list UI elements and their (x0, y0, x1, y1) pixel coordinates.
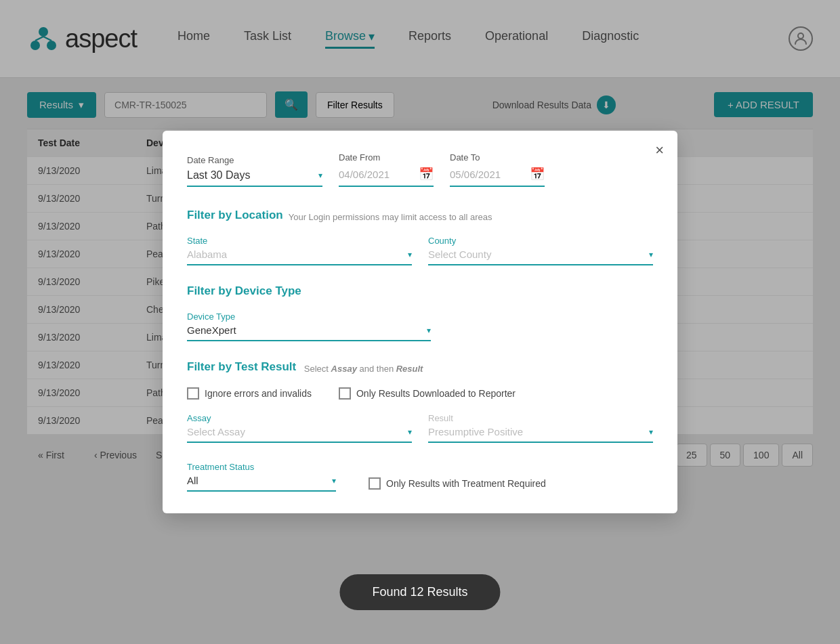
filter-location-note: Your Login permissions may limit access … (289, 212, 492, 222)
assay-chevron-icon: ▾ (408, 427, 412, 437)
filter-device-section: Filter by Device Type Device Type GeneXp… (187, 284, 653, 341)
date-from-group: Date From 04/06/2021 📅 (339, 152, 434, 187)
treatment-field: Treatment Status All ▾ (187, 462, 336, 492)
result-select[interactable]: Presumptive Positive ▾ (428, 426, 653, 443)
device-type-select[interactable]: GeneXpert ▾ (187, 324, 431, 341)
date-to-input[interactable]: 05/06/2021 📅 (450, 167, 545, 187)
filter-device-header: Filter by Device Type (187, 284, 653, 301)
filter-device-title: Filter by Device Type (187, 284, 301, 298)
state-select[interactable]: Alabama ▾ (187, 249, 412, 265)
result-field: Result Presumptive Positive ▾ (428, 413, 653, 443)
filter-result-header: Filter by Test Result Select Assay and t… (187, 360, 653, 377)
treatment-select[interactable]: All ▾ (187, 475, 336, 492)
only-downloaded-item: Only Results Downloaded to Reporter (339, 387, 516, 400)
date-range-value[interactable]: Last 30 Days ▾ (187, 169, 322, 187)
filter-location-title: Filter by Location (187, 209, 283, 222)
device-type-field: Device Type GeneXpert ▾ (187, 312, 431, 341)
date-range-chevron: ▾ (318, 171, 322, 180)
date-to-calendar-icon: 📅 (530, 167, 545, 181)
assay-field: Assay Select Assay ▾ (187, 413, 412, 443)
device-type-chevron-icon: ▾ (427, 326, 431, 335)
filter-result-title: Filter by Test Result (187, 360, 296, 374)
filter-result-note: Select Assay and then Result (301, 364, 423, 374)
state-chevron-icon: ▾ (408, 250, 412, 259)
treatment-required-label: Only Results with Treatment Required (386, 478, 546, 489)
result-checkbox-group: Ignore errors and invalids Only Results … (187, 387, 653, 400)
treatment-row: Treatment Status All ▾ Only Results with… (187, 462, 653, 492)
device-filter-row: Device Type GeneXpert ▾ (187, 312, 653, 341)
assay-select[interactable]: Select Assay ▾ (187, 426, 412, 443)
only-downloaded-label: Only Results Downloaded to Reporter (356, 388, 516, 399)
assay-label: Assay (187, 413, 412, 423)
date-from-calendar-icon: 📅 (419, 167, 434, 181)
date-range-label: Date Range (187, 155, 322, 165)
ignore-errors-checkbox[interactable] (187, 387, 199, 400)
result-label: Result (428, 413, 653, 423)
treatment-label: Treatment Status (187, 462, 336, 472)
filter-location-section: Filter by Location Your Login permission… (187, 209, 653, 265)
ignore-errors-item: Ignore errors and invalids (187, 387, 312, 400)
state-label: State (187, 236, 412, 246)
modal-close-button[interactable]: × (655, 142, 664, 159)
ignore-errors-label: Ignore errors and invalids (205, 388, 312, 399)
treatment-required-checkbox[interactable] (369, 477, 381, 490)
treatment-section: Treatment Status All ▾ Only Results with… (187, 462, 653, 492)
treatment-required-item: Only Results with Treatment Required (369, 477, 546, 490)
county-label: County (428, 236, 653, 246)
county-chevron-icon: ▾ (649, 250, 653, 259)
date-from-input[interactable]: 04/06/2021 📅 (339, 167, 434, 187)
found-results-pill: Found 12 Results (339, 574, 500, 610)
county-select[interactable]: Select County ▾ (428, 249, 653, 265)
modal-overlay: × Date Range Last 30 Days ▾ Date From 04… (0, 0, 840, 644)
county-field: County Select County ▾ (428, 236, 653, 265)
state-field: State Alabama ▾ (187, 236, 412, 265)
filter-result-section: Filter by Test Result Select Assay and t… (187, 360, 653, 443)
date-range-group: Date Range Last 30 Days ▾ (187, 155, 322, 187)
only-downloaded-checkbox[interactable] (339, 387, 351, 400)
result-chevron-icon: ▾ (649, 427, 653, 437)
treatment-chevron-icon: ▾ (332, 476, 336, 486)
date-to-group: Date To 05/06/2021 📅 (450, 152, 545, 187)
filter-modal: × Date Range Last 30 Days ▾ Date From 04… (163, 131, 677, 513)
date-to-label: Date To (450, 152, 545, 163)
date-row: Date Range Last 30 Days ▾ Date From 04/0… (187, 152, 653, 187)
location-filter-row: State Alabama ▾ County Select County ▾ (187, 236, 653, 265)
assay-result-row: Assay Select Assay ▾ Result Presumptive … (187, 413, 653, 443)
date-from-label: Date From (339, 152, 434, 163)
device-type-label: Device Type (187, 312, 431, 322)
filter-location-header: Filter by Location Your Login permission… (187, 209, 653, 225)
